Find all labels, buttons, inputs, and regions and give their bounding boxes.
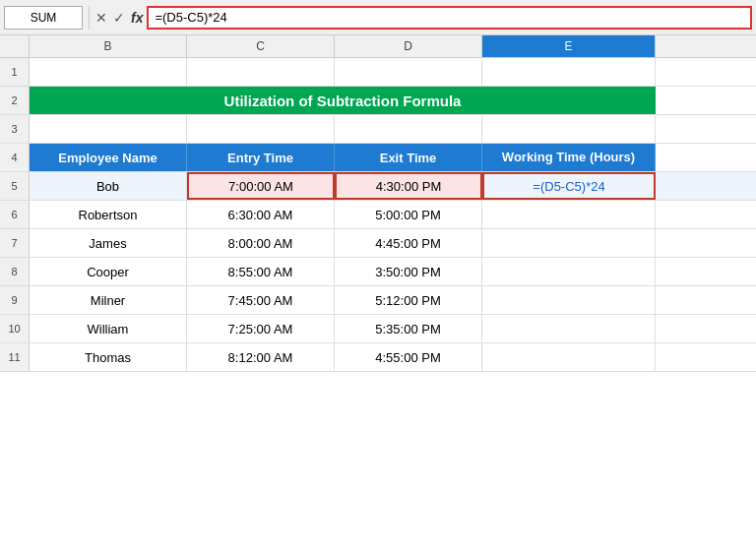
row-num-3: 3: [0, 115, 30, 143]
cell-e1[interactable]: [482, 58, 656, 86]
cell-b11[interactable]: Thomas: [30, 343, 187, 371]
cell-b7[interactable]: James: [30, 229, 187, 257]
row-num-11: 11: [0, 343, 30, 371]
cell-c7[interactable]: 8:00:00 AM: [187, 229, 335, 257]
cell-b1[interactable]: [30, 58, 187, 86]
header-exit-time: Exit Time: [335, 144, 482, 171]
row-9: 9 Milner 7:45:00 AM 5:12:00 PM: [0, 286, 756, 315]
confirm-icon[interactable]: ✓: [113, 10, 125, 26]
cell-e11[interactable]: [482, 343, 656, 371]
formula-bar: SUM ✕ ✓ fx =(D5-C5)*24: [0, 0, 756, 35]
row-num-9: 9: [0, 286, 30, 314]
row-num-2: 2: [0, 87, 30, 114]
row-num-6: 6: [0, 201, 30, 228]
formula-icons: ✕ ✓ fx: [95, 10, 143, 26]
cell-d3[interactable]: [335, 115, 482, 143]
header-employee-name: Employee Name: [30, 144, 187, 171]
cell-e5[interactable]: =(D5-C5)*24: [482, 172, 656, 200]
cell-d10[interactable]: 5:35:00 PM: [335, 315, 482, 342]
row-10: 10 William 7:25:00 AM 5:35:00 PM: [0, 315, 756, 343]
row-4: 4 Employee Name Entry Time Exit Time Wor…: [0, 144, 756, 172]
cell-c5[interactable]: 7:00:00 AM: [187, 172, 335, 200]
cell-e6[interactable]: [482, 201, 656, 228]
cell-c11[interactable]: 8:12:00 AM: [187, 343, 335, 371]
cell-d1[interactable]: [335, 58, 482, 86]
title-cell: Utilization of Subtraction Formula: [30, 87, 656, 114]
cell-d11[interactable]: 4:55:00 PM: [335, 343, 482, 371]
name-box[interactable]: SUM: [4, 6, 83, 30]
formula-input[interactable]: =(D5-C5)*24: [147, 6, 752, 30]
cell-e9[interactable]: [482, 286, 656, 314]
cell-c1[interactable]: [187, 58, 335, 86]
row-num-8: 8: [0, 258, 30, 285]
cell-c3[interactable]: [187, 115, 335, 143]
col-header-b[interactable]: B: [30, 35, 187, 57]
column-headers: B C D E: [0, 35, 756, 58]
row-7: 7 James 8:00:00 AM 4:45:00 PM: [0, 229, 756, 258]
cell-c8[interactable]: 8:55:00 AM: [187, 258, 335, 285]
cell-b10[interactable]: William: [30, 315, 187, 342]
cell-e10[interactable]: [482, 315, 656, 342]
row-num-10: 10: [0, 315, 30, 342]
cell-d7[interactable]: 4:45:00 PM: [335, 229, 482, 257]
cell-b9[interactable]: Milner: [30, 286, 187, 314]
cell-c10[interactable]: 7:25:00 AM: [187, 315, 335, 342]
col-header-e[interactable]: E: [482, 35, 656, 57]
cell-c6[interactable]: 6:30:00 AM: [187, 201, 335, 228]
corner-cell: [0, 35, 30, 57]
spreadsheet: B C D E 1 2 Utilization of Subtraction F…: [0, 35, 756, 372]
fx-icon[interactable]: fx: [131, 10, 143, 26]
data-rows: 6 Robertson 6:30:00 AM 5:00:00 PM 7 Jame…: [0, 201, 756, 372]
row-3: 3: [0, 115, 756, 144]
cell-c9[interactable]: 7:45:00 AM: [187, 286, 335, 314]
cell-d9[interactable]: 5:12:00 PM: [335, 286, 482, 314]
row-11: 11 Thomas 8:12:00 AM 4:55:00 PM: [0, 343, 756, 372]
header-working-time: Working Time (Hours): [482, 144, 656, 171]
cell-e8[interactable]: [482, 258, 656, 285]
row-num-5: 5: [0, 172, 30, 200]
row-1: 1: [0, 58, 756, 87]
row-2: 2 Utilization of Subtraction Formula: [0, 87, 756, 115]
formula-bar-divider: [89, 6, 90, 30]
cell-d5[interactable]: 4:30:00 PM: [335, 172, 482, 200]
cell-b5[interactable]: Bob: [30, 172, 187, 200]
row-num-4: 4: [0, 144, 30, 171]
cell-b8[interactable]: Cooper: [30, 258, 187, 285]
col-header-c[interactable]: C: [187, 35, 335, 57]
row-6: 6 Robertson 6:30:00 AM 5:00:00 PM: [0, 201, 756, 229]
col-header-d[interactable]: D: [335, 35, 482, 57]
cell-b3[interactable]: [30, 115, 187, 143]
header-entry-time: Entry Time: [187, 144, 335, 171]
row-5: 5 Bob 7:00:00 AM 4:30:00 PM =(D5-C5)*24: [0, 172, 756, 201]
row-8: 8 Cooper 8:55:00 AM 3:50:00 PM: [0, 258, 756, 286]
cell-d6[interactable]: 5:00:00 PM: [335, 201, 482, 228]
cell-e3[interactable]: [482, 115, 656, 143]
cell-d8[interactable]: 3:50:00 PM: [335, 258, 482, 285]
cell-b6[interactable]: Robertson: [30, 201, 187, 228]
cancel-icon[interactable]: ✕: [95, 10, 107, 26]
cell-e7[interactable]: [482, 229, 656, 257]
row-num-1: 1: [0, 58, 30, 86]
row-num-7: 7: [0, 229, 30, 257]
